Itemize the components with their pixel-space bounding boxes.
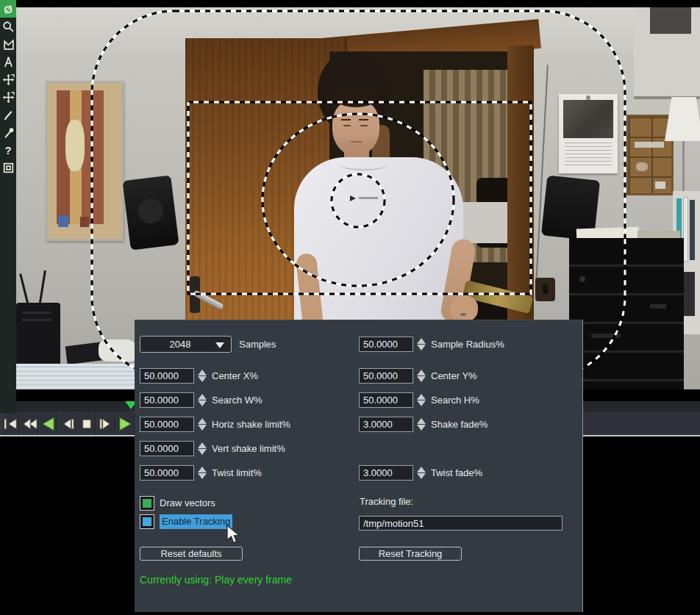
enable-tracking-label[interactable]: Enable Tracking — [160, 514, 232, 529]
projector-tool[interactable] — [0, 88, 16, 106]
center-x-field[interactable]: 50.0000 — [140, 368, 194, 384]
top-shelf-item — [650, 7, 691, 34]
sample-radius-label: Sample Radius% — [431, 337, 504, 352]
person-face — [332, 100, 379, 156]
ruler-tool[interactable] — [0, 53, 16, 71]
mask-tool[interactable] — [0, 35, 16, 53]
twist-limit-field[interactable]: 50.0000 — [140, 465, 194, 481]
cubby-shelf — [626, 115, 674, 195]
titlesafe-tool[interactable] — [0, 159, 16, 176]
camera-tool[interactable] — [0, 71, 16, 88]
play-button[interactable] — [115, 413, 135, 435]
wall-outlet — [535, 278, 555, 301]
center-x-label: Center X% — [212, 368, 258, 384]
protect-video-tool[interactable]: Ø — [0, 0, 16, 18]
search-h-label: Search H% — [431, 392, 479, 408]
search-h-spinner[interactable] — [416, 392, 427, 408]
equipment-stack — [569, 238, 684, 400]
draw-vectors-label[interactable]: Draw vectors — [160, 496, 215, 511]
frame-reverse-button[interactable] — [58, 413, 77, 435]
floor-lamp-shade — [665, 97, 700, 141]
crop-tool[interactable] — [0, 106, 16, 123]
fast-reverse-button[interactable] — [20, 413, 39, 435]
motion-settings-panel: 2048 Samples 50.0000 Sample Radius% 50.0… — [135, 320, 583, 612]
white-cloth — [99, 339, 137, 362]
horiz-shake-limit-label: Horiz shake limit% — [212, 417, 290, 432]
sample-radius-spinner[interactable] — [416, 337, 427, 352]
wall-artwork — [46, 81, 124, 241]
left-speaker — [122, 175, 179, 250]
shake-fade-field[interactable]: 3.0000 — [359, 417, 413, 432]
center-y-field[interactable]: 50.0000 — [359, 368, 413, 384]
dropdown-caret-icon — [215, 342, 224, 348]
stop-button[interactable] — [77, 413, 96, 435]
samples-dropdown[interactable]: 2048 — [140, 336, 232, 353]
shake-fade-label: Shake fade% — [431, 417, 488, 432]
center-y-label: Center Y% — [431, 368, 477, 384]
center-y-spinner[interactable] — [416, 368, 427, 384]
wall-cable — [535, 65, 549, 285]
vert-shake-limit-field[interactable]: 50.0000 — [140, 441, 194, 456]
tracking-file-input[interactable] — [359, 516, 562, 531]
search-h-field[interactable]: 50.0000 — [359, 392, 413, 408]
twist-fade-label: Twist fade% — [431, 465, 482, 481]
sample-radius-field[interactable]: 50.0000 — [359, 337, 413, 352]
reset-tracking-button[interactable]: Reset Tracking — [359, 547, 462, 561]
twist-limit-label: Twist limit% — [212, 465, 262, 481]
twist-fade-spinner[interactable] — [416, 465, 427, 481]
vert-shake-limit-label: Vert shake limit% — [212, 441, 285, 456]
status-message: Currently using: Play every frame — [140, 574, 292, 586]
compositor-toolbar: Ø ? — [0, 0, 16, 413]
reset-defaults-button[interactable]: Reset defaults — [140, 547, 243, 561]
twist-limit-spinner[interactable] — [197, 465, 208, 481]
router — [16, 303, 60, 369]
reverse-play-button[interactable] — [39, 413, 58, 435]
draw-vectors-checkbox[interactable] — [140, 496, 154, 511]
compositor-window: Ø ? — [0, 0, 700, 615]
search-w-spinner[interactable] — [197, 392, 208, 408]
rewind-button[interactable] — [1, 413, 20, 435]
tool-info-button[interactable]: ? — [0, 141, 16, 159]
search-w-field[interactable]: 50.0000 — [140, 392, 194, 408]
eyedropper-tool[interactable] — [0, 123, 16, 141]
enable-tracking-checkbox[interactable] — [140, 514, 154, 529]
shirt-print — [350, 195, 356, 201]
samples-label: Samples — [239, 337, 276, 352]
horiz-shake-limit-spinner[interactable] — [197, 417, 208, 432]
person-hand — [450, 295, 478, 322]
center-x-spinner[interactable] — [197, 368, 208, 384]
calendar — [559, 94, 618, 173]
router-antenna — [38, 270, 46, 307]
zoom-tool[interactable] — [0, 18, 16, 35]
samples-value: 2048 — [140, 337, 220, 352]
tracking-file-label: Tracking file: — [360, 494, 413, 509]
frame-forward-button[interactable] — [96, 413, 115, 435]
search-w-label: Search W% — [212, 392, 262, 408]
vert-shake-limit-spinner[interactable] — [197, 441, 208, 456]
shake-fade-spinner[interactable] — [416, 417, 427, 432]
twist-fade-field[interactable]: 3.0000 — [359, 465, 413, 481]
horiz-shake-limit-field[interactable]: 50.0000 — [140, 417, 194, 432]
